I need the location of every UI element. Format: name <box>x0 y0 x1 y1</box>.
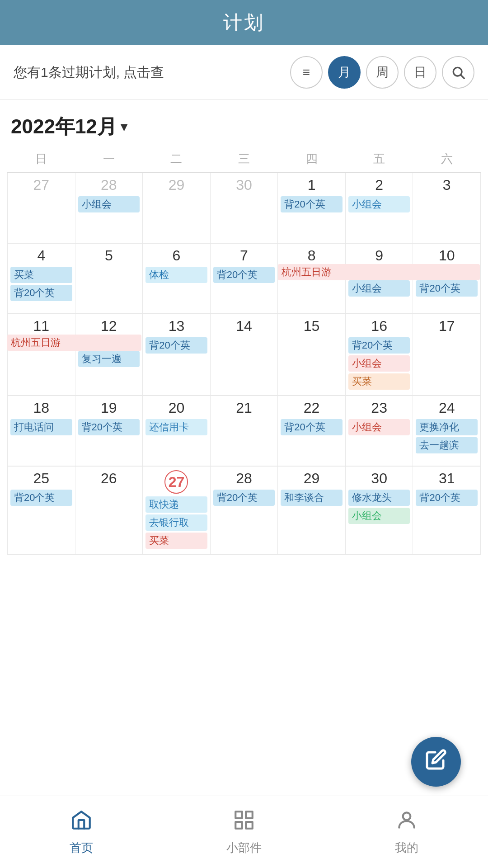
cal-day-dec20[interactable]: 20 还信用卡 <box>143 396 211 466</box>
day-num: 12 <box>78 318 140 335</box>
cal-day-dec28[interactable]: 28 背20个英 <box>211 467 278 555</box>
day-num: 16 <box>348 318 410 335</box>
cal-day-dec15[interactable]: 15 <box>278 314 346 396</box>
svg-rect-2 <box>235 811 242 818</box>
event-tag: 背20个英 <box>10 285 72 301</box>
event-tag: 背20个英 <box>78 419 140 435</box>
view-week-btn[interactable]: 周 <box>366 56 399 89</box>
event-tag: 还信用卡 <box>145 419 207 435</box>
view-search-btn[interactable] <box>442 56 474 89</box>
cal-day-dec23[interactable]: 23 小组会 <box>346 396 413 466</box>
day-num: 10 <box>416 247 478 264</box>
overdue-text[interactable]: 您有1条过期计划, 点击查 <box>14 63 281 82</box>
header-title: 计划 <box>223 10 265 35</box>
cal-day-nov29[interactable]: 29 <box>143 173 211 243</box>
day-header-tue: 二 <box>142 149 210 169</box>
event-tag: 小组会 <box>348 280 410 297</box>
cal-day-dec2[interactable]: 2 小组会 <box>346 173 413 243</box>
bottom-nav: 首页 小部件 我的 <box>0 796 488 868</box>
day-num: 22 <box>281 400 343 416</box>
header: 计划 <box>0 0 488 45</box>
cal-day-dec4[interactable]: 4 买菜 背20个英 <box>8 244 75 314</box>
cal-week-5: 25 背20个英 26 27 取快递 去银行取 买菜 28 背20个英 29 和… <box>7 466 481 555</box>
day-header-mon: 一 <box>75 149 143 169</box>
month-dropdown-icon: ▾ <box>121 119 127 134</box>
event-tag: 背20个英 <box>416 280 478 297</box>
day-num: 3 <box>416 177 478 193</box>
event-tag: 背20个英 <box>348 337 410 354</box>
day-num: 18 <box>10 400 72 416</box>
cal-day-dec6[interactable]: 6 体检 <box>143 244 211 314</box>
cal-day-dec1[interactable]: 1 背20个英 <box>278 173 346 243</box>
toolbar: 您有1条过期计划, 点击查 ≡ 月 周 日 <box>0 45 488 100</box>
day-num: 13 <box>145 318 207 335</box>
cal-day-dec13[interactable]: 13 背20个英 <box>143 314 211 396</box>
day-num: 30 <box>213 177 275 193</box>
cal-day-dec30[interactable]: 30 修水龙头 小组会 <box>346 467 413 555</box>
event-tag: 背20个英 <box>213 490 275 506</box>
svg-rect-3 <box>246 811 253 818</box>
cal-day-dec29[interactable]: 29 和李谈合 <box>278 467 346 555</box>
event-tag: 体检 <box>145 267 207 283</box>
cal-day-dec17[interactable]: 17 <box>413 314 481 396</box>
cal-day-dec27[interactable]: 27 取快递 去银行取 买菜 <box>143 467 211 555</box>
event-tag: 买菜 <box>145 533 207 549</box>
cal-day-dec26[interactable]: 26 <box>75 467 143 555</box>
nav-widgets-label: 小部件 <box>226 840 262 856</box>
month-title[interactable]: 2022年12月 ▾ <box>7 109 481 149</box>
cal-day-dec11[interactable]: 11 <box>8 314 75 396</box>
cal-day-nov27[interactable]: 27 <box>8 173 75 243</box>
day-num: 15 <box>281 318 343 335</box>
cal-day-dec14[interactable]: 14 <box>211 314 278 396</box>
cal-day-dec22[interactable]: 22 背20个英 <box>278 396 346 466</box>
day-num: 6 <box>145 247 207 264</box>
nav-widgets[interactable]: 小部件 <box>163 809 325 856</box>
cal-day-dec5[interactable]: 5 <box>75 244 143 314</box>
cal-day-dec7[interactable]: 7 背20个英 <box>211 244 278 314</box>
cal-day-dec3[interactable]: 3 <box>413 173 481 243</box>
cal-day-dec24[interactable]: 24 更换净化 去一趟滨 <box>413 396 481 466</box>
day-num: 26 <box>78 470 140 487</box>
day-num: 28 <box>78 177 140 193</box>
view-buttons: ≡ 月 周 日 <box>290 56 474 89</box>
nav-home[interactable]: 首页 <box>0 809 163 856</box>
day-num: 9 <box>348 247 410 264</box>
event-tag: 背20个英 <box>281 419 343 435</box>
view-list-btn[interactable]: ≡ <box>290 56 323 89</box>
event-tag: 小组会 <box>348 196 410 212</box>
event-tag: 取快递 <box>145 496 207 513</box>
cal-day-dec21[interactable]: 21 <box>211 396 278 466</box>
home-icon <box>70 809 93 836</box>
day-num: 17 <box>416 318 478 335</box>
cal-day-dec18[interactable]: 18 打电话问 <box>8 396 75 466</box>
event-tag: 小组会 <box>78 196 140 212</box>
cal-day-dec16[interactable]: 16 背20个英 小组会 买菜 <box>346 314 413 396</box>
view-day-btn[interactable]: 日 <box>404 56 436 89</box>
day-num: 1 <box>281 177 343 193</box>
day-num: 29 <box>281 470 343 487</box>
fab-add-button[interactable] <box>411 737 461 787</box>
event-tag: 修水龙头 <box>348 490 410 506</box>
event-tag: 背20个英 <box>10 490 72 506</box>
day-num: 20 <box>145 400 207 416</box>
event-tag: 小组会 <box>348 508 410 524</box>
cal-day-dec19[interactable]: 19 背20个英 <box>75 396 143 466</box>
event-tag: 小组会 <box>348 355 410 372</box>
day-header-thu: 四 <box>278 149 346 169</box>
day-num: 19 <box>78 400 140 416</box>
cal-week-4: 18 打电话问 19 背20个英 20 还信用卡 21 22 背20个英 23 … <box>7 396 481 466</box>
cal-day-dec12[interactable]: 12 复习一遍 <box>75 314 143 396</box>
day-header-fri: 五 <box>346 149 413 169</box>
day-num: 29 <box>145 177 207 193</box>
view-month-btn[interactable]: 月 <box>328 56 361 89</box>
cal-day-dec31[interactable]: 31 背20个英 <box>413 467 481 555</box>
cal-day-nov30[interactable]: 30 <box>211 173 278 243</box>
cal-day-dec25[interactable]: 25 背20个英 <box>8 467 75 555</box>
cal-day-nov28[interactable]: 28 小组会 <box>75 173 143 243</box>
event-hangzhou-w2: 杭州五日游 <box>278 264 480 280</box>
day-num: 23 <box>348 400 410 416</box>
day-num: 21 <box>213 400 275 416</box>
nav-mine[interactable]: 我的 <box>325 809 488 856</box>
day-num: 14 <box>213 318 275 335</box>
event-tag: 买菜 <box>348 373 410 390</box>
